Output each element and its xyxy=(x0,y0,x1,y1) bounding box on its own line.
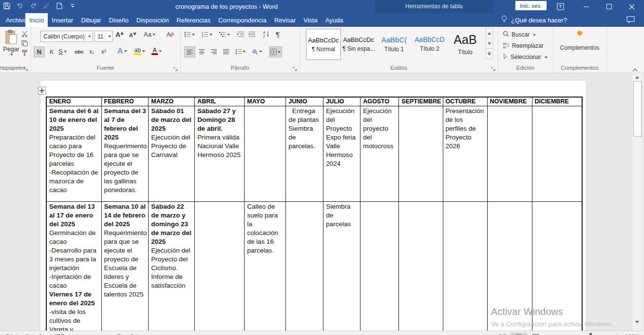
month-header-abril[interactable]: ABRIL xyxy=(195,97,245,106)
clipboard-dialog-launcher-icon[interactable] xyxy=(24,65,29,70)
italic-button[interactable]: K xyxy=(47,46,57,57)
table-cell-mayo-r1[interactable] xyxy=(245,106,286,202)
styles-scroll-up-icon[interactable] xyxy=(486,28,493,39)
table-cell-abril-r1[interactable]: Sábado 27 y Domingo 28 de abril.Primera … xyxy=(195,106,245,202)
styles-gallery-expand-icon[interactable] xyxy=(486,48,493,59)
close-icon[interactable] xyxy=(624,0,640,13)
tab-referencias[interactable]: Referencias xyxy=(173,13,214,27)
new-document-icon[interactable] xyxy=(56,2,63,10)
font-family-dropdown-icon[interactable] xyxy=(85,31,93,41)
replace-button[interactable]: abac Reemplazar xyxy=(503,42,544,50)
bullets-dropdown-icon[interactable] xyxy=(192,34,195,37)
month-header-mayo[interactable]: MAYO xyxy=(245,97,286,106)
borders-dropdown-icon[interactable] xyxy=(278,51,281,55)
read-mode-icon[interactable] xyxy=(494,333,511,335)
sign-in-button[interactable]: Inic. ses. xyxy=(515,1,547,10)
paste-dropdown-icon[interactable] xyxy=(10,54,13,57)
tab-inicio[interactable]: Inicio xyxy=(25,13,48,27)
align-left-button[interactable] xyxy=(184,46,195,58)
underline-button[interactable]: S xyxy=(58,46,67,57)
month-header-noviembre[interactable]: NOVIEMBRE xyxy=(487,97,532,106)
align-center-button[interactable] xyxy=(196,46,207,57)
tab-ayuda[interactable]: Ayuda xyxy=(322,13,347,27)
font-size-combobox[interactable]: 11 xyxy=(95,31,113,42)
table-cell-diciembre-r2[interactable] xyxy=(532,202,582,335)
table-cell-febrero-r2[interactable]: Semana 10 al 14 de febrero del 2025Reque… xyxy=(101,202,149,335)
change-case-button[interactable]: Aa xyxy=(144,31,155,38)
decrease-indent-icon[interactable] xyxy=(237,31,244,38)
tab-diseno[interactable]: Diseño xyxy=(105,13,133,27)
copy-icon[interactable] xyxy=(21,40,28,46)
style-titulo-2[interactable]: AaBbCcDTítulo 2 xyxy=(413,29,447,59)
superscript-button[interactable]: x² xyxy=(101,46,106,57)
draw-icon[interactable] xyxy=(42,2,50,10)
scroll-down-icon[interactable] xyxy=(632,318,642,326)
feedback-icon[interactable] xyxy=(626,16,635,25)
find-dropdown-icon[interactable] xyxy=(533,34,536,38)
styles-scroll-down-icon[interactable] xyxy=(486,39,493,49)
shading-button[interactable] xyxy=(251,46,262,57)
table-cell-marzo-r2[interactable]: Sábado 22 de marzo y domingo 23 de marzo… xyxy=(149,202,195,335)
tab-dibujar[interactable]: Dibujar xyxy=(77,13,105,27)
scrollbar-thumb[interactable] xyxy=(633,81,642,137)
pilcrow-button[interactable]: ¶ xyxy=(276,30,280,39)
multilevel-list-button[interactable] xyxy=(219,31,230,38)
table-cell-febrero-r1[interactable]: Semana del 3 al 7 de febrero del 2025Req… xyxy=(101,106,149,202)
table-cell-enero-r2[interactable]: Semana del 13 al 17 de enero del 2025Ger… xyxy=(46,202,101,335)
table-cell-enero-r1[interactable]: Semana del 6 al 10 de enero del 2025Prep… xyxy=(46,106,101,202)
numbering-dropdown-icon[interactable] xyxy=(209,34,212,37)
table-move-handle-icon[interactable] xyxy=(38,87,46,95)
tab-vista[interactable]: Vista xyxy=(300,13,322,27)
month-header-diciembre[interactable]: DICIEMBRE xyxy=(532,97,582,106)
tab-correspondencia[interactable]: Correspondencia xyxy=(214,13,270,27)
table-cell-julio-r2[interactable]: Siembra de parcelas xyxy=(323,202,360,335)
month-header-septiembre[interactable]: SEPTIEMBRE xyxy=(399,97,443,106)
text-effects-button[interactable]: A xyxy=(117,45,127,57)
select-button[interactable]: Seleccionar xyxy=(503,53,548,61)
paragraph-dialog-launcher-icon[interactable] xyxy=(293,65,298,70)
subscript-button[interactable]: x₂ xyxy=(89,46,95,57)
month-header-junio[interactable]: JUNIO xyxy=(286,97,323,106)
clear-formatting-icon[interactable]: A xyxy=(166,31,174,38)
table-cell-octubre-r1[interactable]: Presentación de los perfiles de Proyecto… xyxy=(443,106,487,202)
select-dropdown-icon[interactable] xyxy=(545,57,548,60)
table-cell-agosto-r2[interactable] xyxy=(360,202,399,335)
month-header-enero[interactable]: ENERO xyxy=(46,97,101,106)
table-cell-mayo-r2[interactable]: Calleo de suelo para la colocación de la… xyxy=(245,202,286,335)
tab-insertar[interactable]: Insertar xyxy=(48,13,77,27)
multilevel-dropdown-icon[interactable] xyxy=(227,34,230,37)
line-spacing-button[interactable] xyxy=(235,46,246,57)
borders-button[interactable] xyxy=(269,46,282,58)
style-titulo[interactable]: AaBTítulo xyxy=(448,29,482,59)
redo-icon[interactable] xyxy=(29,2,37,10)
justify-button[interactable] xyxy=(221,46,231,57)
collapse-ribbon-icon[interactable] xyxy=(632,65,638,70)
paste-button[interactable]: Pegar xyxy=(1,30,21,65)
tell-me-box[interactable]: ¿Qué desea hacer? xyxy=(501,13,567,27)
vertical-scrollbar[interactable] xyxy=(632,73,642,335)
style-normal[interactable]: AaBbCcDc¶ Normal xyxy=(306,29,341,60)
month-header-agosto[interactable]: AGOSTO xyxy=(360,97,399,106)
strikethrough-button[interactable]: abc xyxy=(75,46,84,57)
table-cell-agosto-r1[interactable]: Ejecución del proyecto del motocross xyxy=(360,106,399,202)
month-header-febrero[interactable]: FEBRERO xyxy=(101,97,149,106)
bullets-button[interactable] xyxy=(184,31,195,38)
font-dialog-launcher-icon[interactable] xyxy=(173,65,179,70)
line-spacing-dropdown-icon[interactable] xyxy=(243,51,246,54)
zoom-in-icon[interactable]: + xyxy=(615,333,618,335)
cut-icon[interactable] xyxy=(21,31,28,37)
font-size-dropdown-icon[interactable] xyxy=(105,31,113,41)
increase-indent-icon[interactable] xyxy=(248,31,255,38)
shrink-font-button[interactable]: A xyxy=(129,32,136,38)
table-cell-diciembre-r1[interactable] xyxy=(532,106,582,202)
ribbon-display-options-icon[interactable] xyxy=(552,0,568,13)
font-color-dropdown-icon[interactable] xyxy=(159,50,162,54)
web-layout-icon[interactable] xyxy=(527,333,544,335)
scroll-up-icon[interactable] xyxy=(632,73,642,81)
find-button[interactable]: Buscar xyxy=(503,31,536,39)
numbering-button[interactable]: 123 xyxy=(202,31,212,38)
month-header-julio[interactable]: JULIO xyxy=(323,97,360,106)
table-cell-septiembre-r1[interactable] xyxy=(399,106,443,202)
minimize-icon[interactable] xyxy=(578,0,594,13)
print-layout-icon[interactable] xyxy=(511,333,527,335)
